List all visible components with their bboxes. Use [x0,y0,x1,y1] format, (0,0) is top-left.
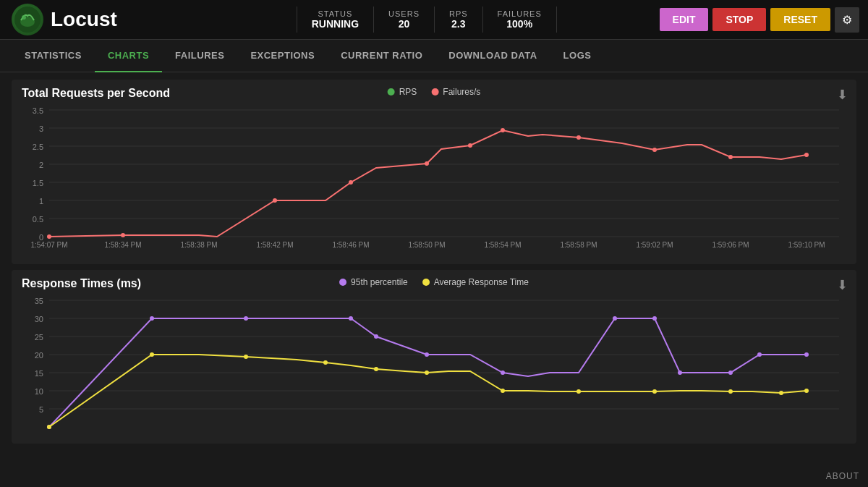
svg-text:1:58:50 PM: 1:58:50 PM [408,241,445,249]
p95-dot [374,334,378,339]
svg-text:25: 25 [35,333,43,342]
p95-dot [728,370,733,375]
p95-dot [244,316,248,321]
avg-legend-dot [422,279,430,286]
svg-text:1:58:42 PM: 1:58:42 PM [256,241,293,249]
response-download-icon[interactable]: ⬇ [837,277,848,293]
rps-legend-dot [388,88,395,96]
rps-chart-legend: RPS Failures/s [388,87,481,97]
failures-dot [501,128,505,132]
failures-dot [121,233,125,237]
svg-text:15: 15 [35,369,43,378]
svg-text:1.5: 1.5 [33,179,43,187]
status-label: STATUS [312,9,359,18]
avg-dot [47,425,51,429]
svg-text:10: 10 [35,387,43,396]
avg-dot [150,352,154,357]
p95-dot [678,370,682,375]
p95-legend-label: 95th percentile [351,277,408,287]
svg-text:1:54:07 PM: 1:54:07 PM [30,241,67,249]
svg-text:1:58:54 PM: 1:58:54 PM [484,241,521,249]
rps-legend-item: RPS [388,87,417,97]
failures-label: FAILURES [498,9,542,18]
response-chart-svg: 35 30 25 20 15 10 5 [22,293,846,434]
svg-text:1:58:58 PM: 1:58:58 PM [560,241,597,249]
response-chart-legend: 95th percentile Average Response Time [339,277,529,287]
rps-download-icon[interactable]: ⬇ [837,87,848,103]
p95-legend-item: 95th percentile [339,277,408,287]
failures-dot [425,161,429,166]
failures-legend-dot [431,88,438,96]
users-value: 20 [388,18,420,30]
svg-text:1:58:38 PM: 1:58:38 PM [180,241,217,249]
rps-value: 2.3 [449,18,468,30]
rps-chart-svg: 3.5 3 2.5 2 1.5 1 0.5 0 [22,103,846,251]
avg-dot [374,367,378,371]
edit-button[interactable]: EDIT [660,8,709,31]
p95-dot [425,352,429,357]
settings-button[interactable]: ⚙ [835,7,859,33]
p95-dot [757,352,762,357]
users-label: USERS [388,9,420,18]
rps-indicator: RPS 2.3 [435,7,483,33]
svg-text:1:59:10 PM: 1:59:10 PM [788,241,825,249]
failures-indicator: FAILURES 100% [483,7,557,33]
header: Locust STATUS RUNNING USERS 20 RPS 2.3 F… [0,0,868,40]
failures-dot [273,198,277,203]
stop-button[interactable]: STOP [712,8,766,31]
failures-dot [349,180,353,185]
avg-dot [501,389,505,393]
avg-dot [779,391,783,395]
p95-dot [613,316,617,321]
svg-text:1:59:06 PM: 1:59:06 PM [712,241,749,249]
avg-legend-item: Average Response Time [422,277,529,287]
avg-dot [244,355,248,359]
p95-dot [501,370,505,375]
svg-text:3.5: 3.5 [33,106,43,115]
header-buttons: EDIT STOP RESET ⚙ [651,7,868,33]
p95-dot [349,316,353,321]
svg-text:35: 35 [35,297,43,305]
failures-dot [804,153,809,157]
svg-point-2 [22,15,26,20]
avg-dot [804,389,809,393]
nav-current-ratio[interactable]: CURRENT RATIO [328,40,435,72]
svg-text:30: 30 [35,315,43,323]
avg-dot [576,389,581,394]
avg-dot [652,389,657,394]
svg-text:1:58:34 PM: 1:58:34 PM [104,241,141,249]
svg-text:3: 3 [39,124,43,133]
nav-logs[interactable]: LOGS [550,40,605,72]
status-items: STATUS RUNNING USERS 20 RPS 2.3 FAILURES… [203,7,651,33]
p95-legend-dot [339,279,346,286]
failures-dot [468,143,472,148]
avg-dot [425,370,429,375]
svg-text:0.5: 0.5 [33,215,43,224]
svg-text:1:59:02 PM: 1:59:02 PM [636,241,673,249]
failures-dot [47,234,51,239]
nav-charts[interactable]: CHARTS [95,40,162,72]
svg-text:20: 20 [35,351,43,360]
p95-dot [652,316,657,321]
rps-label: RPS [449,9,468,18]
failures-dot [576,135,581,140]
status-value: RUNNING [312,18,359,30]
nav: STATISTICS CHARTS FAILURES EXCEPTIONS CU… [0,40,868,72]
svg-text:2.5: 2.5 [33,143,43,151]
p95-dot [150,316,154,321]
rps-chart-container: Total Requests per Second RPS Failures/s… [12,80,856,264]
response-chart-container: Response Times (ms) 95th percentile Aver… [12,270,856,444]
nav-exceptions[interactable]: EXCEPTIONS [237,40,328,72]
nav-download-data[interactable]: DOWNLOAD DATA [435,40,550,72]
about-badge[interactable]: ABOUT [826,471,859,481]
nav-statistics[interactable]: STATISTICS [12,40,95,72]
nav-failures[interactable]: FAILURES [162,40,237,72]
logo-icon [12,4,43,35]
logo-area: Locust [0,4,203,35]
p95-dot [804,352,809,357]
svg-text:5: 5 [39,405,43,414]
failures-dot [728,155,733,159]
failures-dot [652,148,657,152]
reset-button[interactable]: RESET [770,8,830,31]
avg-dot [323,360,328,365]
